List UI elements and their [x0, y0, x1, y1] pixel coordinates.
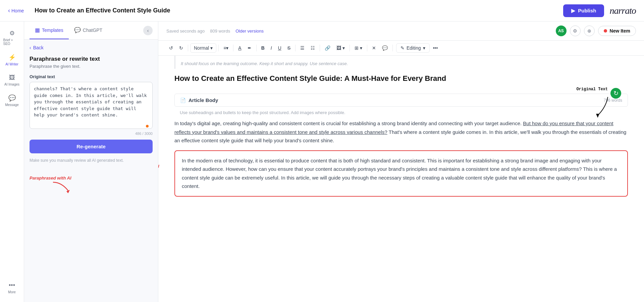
publish-arrow-icon: ▶	[571, 8, 575, 14]
sidebar-label-more: More	[8, 290, 16, 294]
template-title: Paraphrase or rewrite text	[30, 56, 153, 62]
top-header: Home How to Create an Effective Content …	[0, 0, 644, 21]
sidebar-label-message: Message	[5, 103, 19, 107]
link-button[interactable]: 🔗	[322, 44, 333, 52]
toolbar-separator-7	[350, 45, 350, 51]
templates-grid-icon: ▦	[35, 27, 40, 33]
section-hint: Use subheadings and bullets to keep the …	[174, 108, 628, 119]
image-button[interactable]: 🖼 ▾	[334, 44, 347, 52]
lightning-icon: ⚡	[8, 54, 16, 61]
undo-button[interactable]: ↺	[166, 44, 176, 52]
logo: narrato	[609, 5, 636, 16]
strikethrough-button[interactable]: S	[285, 44, 293, 52]
toolbar-separator-4	[256, 45, 257, 51]
toolbar-separator-6	[320, 45, 320, 51]
refresh-button[interactable]: ↻	[610, 88, 621, 99]
underline-button[interactable]: U	[275, 44, 284, 52]
paraphrase-container: Paraphrased with AI In the modern era of…	[174, 150, 628, 197]
editing-chevron-icon: ▾	[423, 45, 425, 51]
redo-button[interactable]: ↻	[176, 44, 186, 52]
align-button[interactable]: ≡▾	[221, 44, 231, 52]
article-body-icon: 📄	[180, 98, 186, 103]
toolbar-separator-5	[295, 45, 296, 51]
toolbar-separator-2	[218, 45, 219, 51]
panel-tabs: ▦ Templates 💬 ChatGPT ‹	[24, 21, 158, 40]
editor-topbar: Saved seconds ago 809 words Older versio…	[158, 21, 644, 41]
toolbar-separator-1	[188, 45, 188, 51]
italic-button[interactable]: I	[268, 44, 275, 52]
article-body-paragraph-1[interactable]: In today's digital age, creating high-qu…	[174, 119, 628, 145]
editing-label: Editing	[407, 45, 421, 51]
tab-templates-label: Templates	[42, 28, 63, 33]
original-text-input[interactable]: channels? That's where a content style g…	[30, 82, 153, 129]
user-settings-icon-btn[interactable]: ⚙	[570, 26, 581, 36]
paraphrased-text-box[interactable]: In the modern era of technology, it is e…	[174, 150, 628, 197]
sidebar-item-brief-seo[interactable]: ⚙ Brief + SEO	[1, 27, 23, 48]
original-text-label: Original text	[30, 74, 153, 79]
word-count: 809 words	[210, 29, 230, 34]
home-link[interactable]: Home	[8, 7, 24, 14]
avatar: AS	[556, 26, 567, 36]
gear-icon: ⚙	[9, 30, 15, 37]
new-item-label: New Item	[610, 28, 630, 34]
comment-button[interactable]: 💬	[379, 44, 390, 52]
text-color-button[interactable]: A	[235, 44, 244, 52]
doc-title: How to Create an Effective Content Style…	[35, 7, 563, 14]
template-subtitle: Paraphrase the given text.	[30, 64, 153, 69]
toolbar-separator-9	[392, 45, 393, 51]
article-title[interactable]: How to Create an Effective Content Style…	[174, 71, 628, 86]
editor-area: Saved seconds ago 809 words Older versio…	[158, 21, 644, 302]
panel-content: ‹ Back Paraphrase or rewrite text Paraph…	[24, 40, 158, 302]
editor-toolbar: ↺ ↻ Normal ▾ ≡▾ A ✒ B I U S ☰ ☷ 🔗 🖼 ▾ ⊞ …	[158, 41, 644, 56]
more-options-button[interactable]: •••	[430, 44, 441, 52]
section-header: 📄 Article Body 796 words	[174, 94, 628, 107]
table-button[interactable]: ⊞ ▾	[352, 44, 365, 52]
toolbar-separator-3	[233, 45, 233, 51]
sidebar-item-ai-images[interactable]: 🖼 AI Images	[1, 71, 23, 89]
collapse-panel-button[interactable]: ‹	[143, 26, 153, 35]
font-style-value: Normal	[194, 45, 209, 51]
toolbar-separator-8	[367, 45, 367, 51]
bullet-list-button[interactable]: ☰	[298, 44, 307, 52]
clear-format-button[interactable]: ✕	[369, 44, 379, 52]
tab-templates[interactable]: ▦ Templates	[30, 21, 69, 39]
paraphrase-left-annotation: Paraphrased with AI	[158, 164, 159, 187]
paraphrase-arrow-icon	[51, 181, 71, 194]
sidebar-label-brief-seo: Brief + SEO	[3, 38, 21, 46]
orange-dot-indicator	[146, 125, 149, 128]
placeholder-hint: It should focus on the learning outcome.…	[174, 56, 628, 69]
back-label: Back	[33, 45, 44, 50]
paraphrase-label: Paraphrased with AI	[30, 175, 71, 181]
left-panel: ▦ Templates 💬 ChatGPT ‹ ‹ Back Paraphras…	[24, 21, 158, 302]
back-button[interactable]: ‹ Back	[30, 45, 153, 50]
sidebar-label-ai-writer: AI Writer	[5, 62, 18, 66]
edit-pen-icon: ✎	[400, 45, 405, 51]
icon-sidebar: ⚙ Brief + SEO ⚡ AI Writer 🖼 AI Images 💬 …	[0, 21, 24, 302]
save-status: Saved seconds ago	[166, 29, 205, 34]
sidebar-item-message[interactable]: 💬 Message	[1, 92, 23, 109]
ordered-list-button[interactable]: ☷	[308, 44, 318, 52]
tab-chatgpt[interactable]: 💬 ChatGPT	[69, 21, 108, 39]
chatgpt-icon: 💬	[74, 27, 81, 33]
editor-content[interactable]: It should focus on the learning outcome.…	[158, 56, 644, 302]
publish-button[interactable]: ▶ Publish	[563, 4, 604, 17]
highlight-button[interactable]: ✒	[245, 44, 254, 52]
editing-dropdown[interactable]: ✎ Editing ▾	[396, 43, 430, 53]
sidebar-item-more[interactable]: ••• More	[1, 279, 23, 297]
sidebar-item-ai-writer[interactable]: ⚡ AI Writer	[1, 51, 23, 69]
gear-small-icon: ⚙	[573, 28, 577, 34]
share-icon-btn[interactable]: ⊕	[584, 26, 595, 36]
tab-chatgpt-label: ChatGPT	[83, 28, 102, 33]
bold-button[interactable]: B	[259, 44, 267, 52]
paraphrase-label-text: Paraphrased with AI	[158, 164, 159, 169]
older-versions-link[interactable]: Older versions	[235, 29, 264, 34]
section-header-left: 📄 Article Body	[180, 97, 218, 103]
font-style-dropdown[interactable]: Normal ▾	[190, 43, 216, 53]
main-layout: ⚙ Brief + SEO ⚡ AI Writer 🖼 AI Images 💬 …	[0, 21, 644, 302]
publish-label: Publish	[578, 8, 596, 13]
new-item-button[interactable]: New Item	[598, 26, 636, 36]
share-icon: ⊕	[587, 28, 591, 34]
red-dot-icon	[604, 29, 607, 33]
regenerate-button[interactable]: Re-generate	[30, 140, 153, 153]
original-text-annotation: Original Text	[576, 87, 608, 92]
